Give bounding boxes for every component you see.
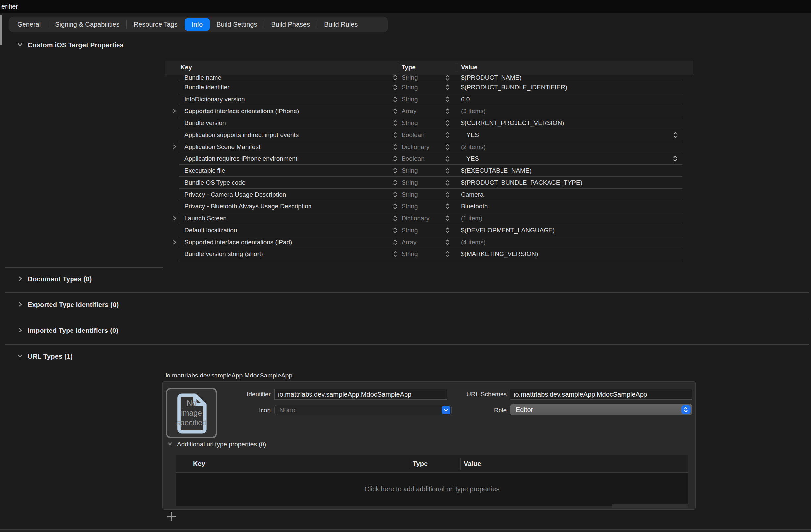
key-stepper-icon[interactable]	[393, 129, 397, 141]
column-header-value[interactable]: Value	[461, 64, 478, 71]
type-stepper-icon[interactable]	[445, 236, 449, 248]
row-type: Array	[401, 236, 416, 248]
key-stepper-icon[interactable]	[393, 153, 397, 165]
table-row[interactable]: Supported interface orientations (iPhone…	[179, 105, 682, 117]
key-stepper-icon[interactable]	[393, 177, 397, 188]
type-stepper-icon[interactable]	[445, 75, 449, 81]
column-header-key[interactable]: Key	[193, 460, 205, 468]
column-header-key[interactable]: Key	[180, 64, 192, 71]
section-label: Exported Type Identifiers (0)	[28, 301, 119, 309]
column-header-type[interactable]: Type	[401, 64, 416, 71]
table-row[interactable]: Application Scene ManifestDictionary(2 i…	[179, 141, 682, 153]
type-stepper-icon[interactable]	[445, 153, 449, 165]
section-imported-type-identifiers[interactable]: Imported Type Identifiers (0)	[17, 327, 118, 334]
type-stepper-icon[interactable]	[445, 189, 449, 200]
type-stepper-icon[interactable]	[445, 93, 449, 105]
column-header-value[interactable]: Value	[464, 460, 481, 468]
type-stepper-icon[interactable]	[445, 117, 449, 129]
key-stepper-icon[interactable]	[393, 224, 397, 236]
role-popup-button[interactable]: Editor	[510, 404, 692, 415]
section-custom-ios-target-properties[interactable]: Custom iOS Target Properties	[17, 41, 124, 49]
row-key: Executable file	[184, 165, 226, 176]
table-row[interactable]: Bundle versionString$(CURRENT_PROJECT_VE…	[179, 117, 682, 129]
table-row[interactable]: InfoDictionary versionString6.0	[179, 93, 682, 105]
scrollbar-track[interactable]	[612, 504, 688, 508]
type-stepper-icon[interactable]	[445, 165, 449, 176]
table-row[interactable]: Bundle version string (short)String$(MAR…	[179, 248, 682, 260]
tab-info[interactable]: Info	[185, 18, 210, 31]
table-row[interactable]: Supported interface orientations (iPad)A…	[179, 236, 682, 248]
chevron-right-icon[interactable]	[172, 236, 178, 248]
type-stepper-icon[interactable]	[445, 129, 449, 141]
column-divider[interactable]	[460, 458, 461, 470]
key-stepper-icon[interactable]	[393, 236, 397, 248]
column-header-type[interactable]: Type	[413, 460, 428, 468]
type-stepper-icon[interactable]	[445, 141, 449, 153]
tab-general[interactable]: General	[10, 18, 48, 31]
column-divider[interactable]	[410, 458, 410, 470]
table-row[interactable]: Privacy - Bluetooth Always Usage Descrip…	[179, 201, 682, 213]
add-additional-properties-hint[interactable]: Click here to add additional url type pr…	[176, 473, 688, 505]
row-key: Launch Screen	[184, 213, 227, 224]
type-stepper-icon[interactable]	[445, 177, 449, 188]
url-schemes-field[interactable]: io.mattrlabs.dev.sampleApp.MdocSampleApp	[510, 389, 692, 400]
row-value: (1 item)	[461, 213, 482, 224]
value-stepper-icon[interactable]	[673, 129, 677, 141]
section-exported-type-identifiers[interactable]: Exported Type Identifiers (0)	[17, 301, 119, 309]
tab-resource-tags[interactable]: Resource Tags	[127, 18, 185, 31]
icon-combobox[interactable]: None	[274, 405, 452, 415]
row-type: Dictionary	[401, 213, 429, 224]
key-stepper-icon[interactable]	[393, 213, 397, 224]
section-document-types[interactable]: Document Types (0)	[17, 275, 92, 283]
chevron-right-icon[interactable]	[172, 105, 178, 117]
type-stepper-icon[interactable]	[445, 201, 449, 212]
key-stepper-icon[interactable]	[393, 117, 397, 129]
type-stepper-icon[interactable]	[445, 213, 449, 224]
column-divider[interactable]	[399, 63, 399, 72]
tab-build-settings[interactable]: Build Settings	[210, 18, 264, 31]
tab-build-phases[interactable]: Build Phases	[264, 18, 317, 31]
role-label: Role	[441, 405, 507, 416]
type-stepper-icon[interactable]	[445, 81, 449, 93]
table-row[interactable]: Application supports indirect input even…	[179, 129, 682, 141]
key-stepper-icon[interactable]	[393, 93, 397, 105]
chevron-right-icon[interactable]	[172, 141, 178, 153]
key-stepper-icon[interactable]	[393, 201, 397, 212]
key-stepper-icon[interactable]	[393, 141, 397, 153]
column-divider[interactable]	[458, 63, 458, 72]
key-stepper-icon[interactable]	[393, 189, 397, 200]
row-key: Bundle version string (short)	[184, 248, 263, 260]
row-key: Privacy - Bluetooth Always Usage Descrip…	[184, 201, 311, 212]
chevron-right-icon[interactable]	[172, 213, 178, 224]
chevron-down-icon	[17, 42, 22, 49]
row-value: (4 items)	[461, 236, 486, 248]
table-row[interactable]: Launch ScreenDictionary(1 item)	[179, 213, 682, 224]
key-stepper-icon[interactable]	[393, 248, 397, 260]
table-row[interactable]: Bundle nameString$(PRODUCT_NAME)	[179, 75, 682, 81]
row-key: Bundle version	[184, 117, 226, 129]
table-row[interactable]: Privacy - Camera Usage DescriptionString…	[179, 189, 682, 201]
table-row[interactable]: Executable fileString$(EXECUTABLE_NAME)	[179, 165, 682, 177]
row-key: Default localization	[184, 224, 237, 236]
table-row[interactable]: Bundle identifierString$(PRODUCT_BUNDLE_…	[179, 81, 682, 93]
section-url-types[interactable]: URL Types (1)	[17, 353, 73, 360]
tab-signing-capabilities[interactable]: Signing & Capabilities	[48, 18, 126, 31]
key-stepper-icon[interactable]	[393, 105, 397, 117]
type-stepper-icon[interactable]	[445, 105, 449, 117]
add-url-type-button[interactable]	[167, 512, 177, 522]
value-stepper-icon[interactable]	[673, 153, 677, 165]
table-row[interactable]: Bundle OS Type codeString$(PRODUCT_BUNDL…	[179, 177, 682, 189]
table-row-clipped[interactable]: Bundle nameString$(PRODUCT_NAME)	[179, 75, 682, 81]
key-stepper-icon[interactable]	[393, 75, 397, 81]
type-stepper-icon[interactable]	[445, 224, 449, 236]
additional-url-type-properties-disclosure[interactable]: Additional url type properties (0)	[168, 441, 266, 448]
row-type: String	[401, 117, 418, 129]
key-stepper-icon[interactable]	[393, 165, 397, 176]
type-stepper-icon[interactable]	[445, 248, 449, 260]
key-stepper-icon[interactable]	[393, 81, 397, 93]
tab-build-rules[interactable]: Build Rules	[317, 18, 365, 31]
identifier-field[interactable]: io.mattrlabs.dev.sampleApp.MdocSampleApp	[274, 389, 447, 400]
table-row[interactable]: Application requires iPhone environmentB…	[179, 153, 682, 165]
row-value: (3 items)	[461, 105, 486, 117]
table-row[interactable]: Default localizationString$(DEVELOPMENT_…	[179, 224, 682, 236]
